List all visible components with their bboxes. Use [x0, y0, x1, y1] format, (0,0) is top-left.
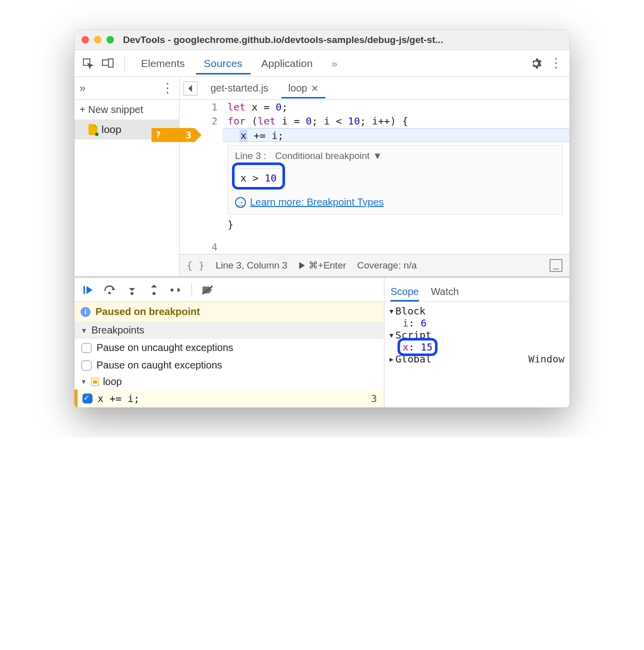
more-menu-icon[interactable]: ⋮: [548, 55, 564, 72]
minimize-window-icon[interactable]: [94, 36, 102, 44]
snippet-icon: [91, 378, 99, 386]
tabs-overflow[interactable]: »: [324, 52, 346, 74]
breakpoint-entry[interactable]: x += i; 3: [74, 390, 384, 408]
nav-back-icon[interactable]: [184, 82, 198, 96]
close-tab-icon[interactable]: ✕: [311, 83, 318, 94]
pause-caught-row[interactable]: Pause on caught exceptions: [74, 356, 384, 374]
step-into-icon[interactable]: [126, 284, 138, 296]
tab-scope[interactable]: Scope: [390, 286, 419, 302]
snippet-item-label: loop: [102, 124, 122, 136]
breakpoint-condition-icon: ?: [152, 128, 161, 142]
scope-body: ▼Block i: 6 ▼Script x: 15 ▶GlobalWindow: [384, 302, 570, 368]
svg-point-6: [152, 292, 156, 295]
svg-rect-2: [108, 58, 113, 67]
checkbox-label: Pause on caught exceptions: [96, 360, 222, 371]
inspect-element-icon[interactable]: [80, 55, 96, 72]
pause-uncaught-row[interactable]: Pause on uncaught exceptions: [74, 339, 384, 356]
navigator-menu-icon[interactable]: ⋮: [161, 80, 174, 96]
line-number[interactable]: ? 3: [194, 128, 218, 142]
collapse-icon: ▼: [80, 326, 88, 334]
section-label: Breakpoints: [92, 324, 144, 336]
navigator-pane: » ⋮ + New snippet loop: [74, 77, 180, 276]
separator: [124, 54, 125, 72]
editor-tab-getstarted[interactable]: get-started.js: [204, 78, 276, 98]
code-line[interactable]: for (let i = 0; i < 10; i++) {: [222, 114, 570, 128]
tab-elements[interactable]: Elements: [133, 52, 193, 74]
scope-script-row[interactable]: ▼Script: [390, 329, 564, 341]
editor-tab-loop[interactable]: loop ✕: [282, 78, 326, 98]
breakpoint-file-label: loop: [103, 376, 122, 388]
breakpoint-linenum: 3: [371, 392, 377, 404]
separator: [192, 283, 192, 297]
breakpoint-line-number: 3: [186, 128, 194, 142]
breakpoints-section-header[interactable]: ▼ Breakpoints: [74, 322, 384, 339]
step-icon[interactable]: [170, 284, 182, 296]
open-drawer-icon[interactable]: [550, 259, 562, 272]
editor-tab-label: loop: [288, 82, 308, 94]
learn-more-link[interactable]: → Learn more: Breakpoint Types: [235, 196, 555, 208]
info-icon: i: [80, 307, 90, 317]
scope-var-i: i: 6: [390, 317, 564, 329]
editor-column: get-started.js loop ✕ 1 2 ? 3: [180, 77, 570, 276]
svg-rect-3: [84, 286, 85, 294]
breakpoint-edit-panel: Line 3 : Conditional breakpoint ▼ x > 10…: [228, 145, 562, 214]
pretty-print-icon[interactable]: { }: [186, 260, 204, 272]
breakpoint-code: x += i;: [98, 392, 140, 404]
run-shortcut-label: ⌘+Enter: [308, 260, 346, 271]
step-out-icon[interactable]: [148, 284, 160, 296]
step-over-icon[interactable]: [104, 284, 116, 296]
tab-watch[interactable]: Watch: [431, 286, 459, 302]
scope-label: Block: [396, 305, 426, 317]
debugger-right: Scope Watch ▼Block i: 6 ▼Script x: 15 ▶G…: [384, 278, 570, 408]
debugger-pane: i Paused on breakpoint ▼ Breakpoints Pau…: [74, 276, 570, 408]
code-editor[interactable]: 1 2 ? 3 4 let x = 0; for (let i = 0; i <…: [180, 100, 570, 254]
tab-sources[interactable]: Sources: [196, 52, 250, 74]
line-number[interactable]: 4: [194, 240, 218, 254]
debugger-left: i Paused on breakpoint ▼ Breakpoints Pau…: [74, 278, 384, 408]
breakpoint-type-label: Conditional breakpoint: [275, 150, 370, 162]
code-line[interactable]: }: [222, 218, 570, 232]
debugger-toolbar: [74, 278, 384, 302]
code-line-highlighted[interactable]: x += i;: [222, 128, 570, 142]
line-number[interactable]: 2: [194, 114, 218, 128]
scope-global-row[interactable]: ▶GlobalWindow: [390, 353, 564, 365]
settings-gear-icon[interactable]: [528, 55, 544, 72]
deactivate-breakpoints-icon[interactable]: [201, 284, 214, 296]
run-snippet-button[interactable]: ⌘+Enter: [298, 260, 346, 271]
line-gutter[interactable]: 1 2 ? 3 4: [194, 100, 222, 254]
line-number[interactable]: 1: [194, 100, 218, 114]
breakpoint-condition-input[interactable]: x > 10: [235, 168, 282, 188]
checkbox-checked[interactable]: [82, 394, 92, 404]
cursor-position: Line 3, Column 3: [216, 260, 288, 271]
arrow-right-circle-icon: →: [235, 197, 246, 208]
tab-application[interactable]: Application: [254, 52, 321, 74]
scope-global-value: Window: [528, 353, 564, 365]
checkbox[interactable]: [82, 360, 92, 370]
navigator-header: » ⋮: [74, 77, 179, 100]
checkbox[interactable]: [82, 343, 92, 353]
breakpoint-file-row[interactable]: ▼ loop: [74, 374, 384, 390]
new-snippet-button[interactable]: + New snippet: [74, 100, 179, 120]
paused-banner: i Paused on breakpoint: [74, 302, 384, 322]
scope-label: Global: [396, 353, 432, 365]
breakpoint-marker[interactable]: ? 3: [152, 128, 194, 142]
learn-more-label: Learn more: Breakpoint Types: [250, 196, 384, 208]
titlebar: DevTools - googlechrome.github.io/devtoo…: [74, 30, 570, 50]
close-window-icon[interactable]: [82, 36, 89, 44]
scope-block-row[interactable]: ▼Block: [390, 305, 564, 317]
svg-point-4: [108, 292, 111, 294]
svg-point-7: [170, 288, 174, 292]
code-line[interactable]: let x = 0;: [222, 100, 570, 114]
editor-tab-label: get-started.js: [210, 82, 268, 94]
resume-icon[interactable]: [82, 284, 94, 296]
collapse-icon: ▼: [80, 378, 87, 386]
collapse-icon[interactable]: ▼: [390, 308, 394, 315]
breakpoint-type-dropdown[interactable]: Conditional breakpoint ▼: [275, 150, 382, 162]
zoom-window-icon[interactable]: [106, 36, 114, 44]
code-content[interactable]: let x = 0; for (let i = 0; i < 10; i++) …: [222, 100, 570, 254]
collapse-icon[interactable]: ▼: [390, 332, 394, 339]
navigator-overflow-icon[interactable]: »: [80, 82, 86, 95]
expand-icon[interactable]: ▶: [390, 356, 394, 363]
device-mode-icon[interactable]: [100, 55, 116, 72]
scope-var-x: x: 15: [390, 341, 564, 353]
